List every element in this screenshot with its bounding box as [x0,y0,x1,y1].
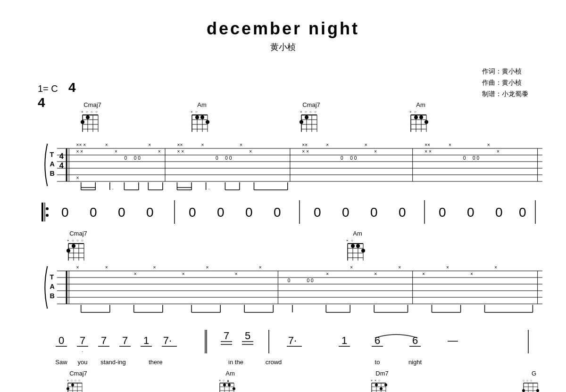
svg-text:A: A [50,283,54,290]
svg-point-128 [46,214,49,217]
svg-text:0 0: 0 0 [350,155,357,161]
svg-text:▲: ▲ [226,379,230,382]
svg-point-25 [200,115,204,119]
svg-point-40 [300,120,303,124]
svg-text:6: 6 [412,335,418,346]
svg-point-313 [380,387,383,390]
svg-text:0: 0 [495,205,503,220]
svg-text:4: 4 [59,152,64,160]
chord-diagrams-row1: Cmaj7 × ○ ○ ○ A [80,101,433,134]
svg-text:×: × [259,265,262,270]
svg-text:×: × [326,271,329,277]
svg-text:× ×: × × [76,149,83,154]
svg-text:0: 0 [216,155,218,161]
svg-text:×: × [374,149,377,154]
key-text: 1= C [38,83,66,94]
svg-point-314 [384,384,387,386]
svg-point-299 [228,384,231,386]
chord-cmaj7-1: Cmaj7 × ○ ○ ○ [80,101,105,134]
svg-text:×: × [219,379,221,382]
song-title: december night [0,19,566,39]
svg-point-53 [424,120,428,124]
svg-text:×: × [371,379,373,382]
svg-text:○: ○ [78,379,80,382]
chord-grid-am-3: × ○ [345,238,370,262]
svg-text:0: 0 [274,205,281,220]
credit-arrangement: 制谱：小龙蜀黍 [482,89,528,100]
svg-text:.: . [112,185,114,190]
svg-text:—: — [448,335,458,346]
svg-text:stand-ing: stand-ing [100,359,125,366]
svg-text:0: 0 [519,205,526,220]
notation-row1: 0 0 0 0 0 0 0 0 0 0 0 0 0 0 0 0 [38,198,547,228]
svg-text:0 0: 0 0 [307,278,314,283]
credits: 作词：黄小桢 作曲：黄小桢 制谱：小龙蜀黍 [482,66,528,99]
svg-text:0 0: 0 0 [473,155,480,161]
svg-text:B: B [50,292,54,300]
svg-text:×: × [240,142,242,147]
svg-text:×: × [67,238,69,243]
svg-text:×: × [449,142,451,147]
svg-text:×: × [350,265,353,270]
svg-text:A: A [50,160,54,168]
svg-point-161 [72,244,75,248]
svg-text:×: × [375,379,376,382]
chord-am-2: Am × ○ [408,101,433,134]
svg-text:× ×: × × [424,149,432,154]
chord-am-4: Am × ○ ▲ [218,370,242,392]
solfege-svg: 0 7 . 7 7 1 7· 7 5 [38,327,538,375]
svg-text:○: ○ [351,238,353,243]
svg-text:×: × [134,271,137,277]
svg-text:7: 7 [122,335,128,346]
svg-point-127 [46,207,49,210]
chord-am-3: Am × ○ [345,230,370,262]
svg-text:○: ○ [223,379,225,382]
svg-text:×: × [158,149,161,154]
svg-point-173 [351,244,355,248]
svg-point-300 [233,387,235,390]
svg-text:○: ○ [314,110,316,114]
svg-text:7: 7 [101,335,107,346]
svg-text:0: 0 [118,205,125,220]
svg-text:.: . [82,348,83,353]
svg-point-51 [414,115,418,119]
svg-text:×: × [76,175,79,180]
svg-text:7: 7 [80,335,85,346]
svg-point-24 [195,115,199,119]
svg-text:○: ○ [75,379,76,382]
svg-text:0: 0 [90,205,97,220]
svg-text:×: × [470,271,473,277]
svg-text:○: ○ [91,110,93,114]
svg-text:1: 1 [143,335,149,346]
svg-point-312 [375,384,378,386]
svg-text:×: × [235,271,238,277]
svg-text:night: night [408,359,422,366]
svg-text:0: 0 [399,205,406,220]
svg-text:crowd: crowd [266,359,282,366]
svg-text:T: T [50,273,54,281]
credit-music: 作曲：黄小桢 [482,77,528,89]
credit-lyrics: 作词：黄小桢 [482,66,528,77]
svg-point-174 [356,244,360,248]
svg-text:there: there [149,359,163,366]
svg-text:0: 0 [467,205,474,220]
svg-text:×: × [365,142,367,147]
svg-text:×: × [422,271,425,277]
notation-svg-row1: 0 0 0 0 0 0 0 0 0 0 0 0 0 0 0 0 [38,198,538,226]
svg-text:○: ○ [309,110,312,114]
svg-text:×: × [249,149,252,154]
svg-text:××: ×× [424,142,430,147]
svg-text:×: × [409,110,412,114]
svg-text:× ×: × × [177,149,184,154]
svg-text:you: you [78,359,88,366]
svg-text:××: ×× [302,142,308,147]
svg-text:×: × [148,142,151,147]
svg-text:×: × [81,110,83,114]
svg-text:×: × [300,110,302,114]
chord-grid-am-4: × ○ ▲ [218,378,242,392]
sheet-music-page: december night 黄小桢 作词：黄小桢 作曲：黄小桢 制谱：小龙蜀黍… [0,0,566,392]
svg-text:×: × [374,271,377,277]
svg-text:0: 0 [217,205,225,220]
svg-point-52 [419,115,423,119]
svg-text:0: 0 [370,205,378,220]
